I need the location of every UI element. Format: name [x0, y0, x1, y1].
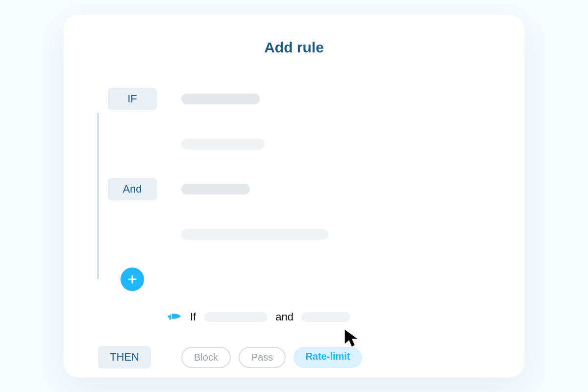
summary-placeholder	[301, 312, 350, 322]
summary-and-text: and	[275, 311, 294, 323]
plus-icon	[126, 273, 138, 285]
condition-input-placeholder[interactable]	[181, 94, 260, 104]
card-title: Add rule	[98, 39, 490, 56]
condition-value-placeholder[interactable]	[181, 139, 265, 149]
action-rate-limit-button[interactable]: Rate-limit	[294, 347, 362, 368]
condition-value-placeholder[interactable]	[181, 229, 328, 240]
action-block-button[interactable]: Block	[181, 347, 231, 368]
condition-subrow	[98, 220, 490, 248]
condition-subrow	[98, 130, 490, 158]
add-condition-row	[98, 266, 490, 293]
if-tag: IF	[108, 88, 157, 110]
condition-input-placeholder[interactable]	[181, 184, 250, 195]
cursor-icon	[343, 328, 361, 348]
then-tag: THEN	[98, 346, 151, 368]
summary-placeholder	[204, 312, 268, 322]
pointing-hand-icon	[167, 308, 182, 326]
add-condition-button[interactable]	[121, 268, 144, 291]
rule-summary: If and	[167, 308, 490, 326]
action-pills: Block Pass Rate-limit	[181, 347, 362, 368]
and-tag: And	[108, 178, 157, 200]
summary-if-text: If	[190, 311, 196, 323]
then-row: THEN Block Pass Rate-limit	[98, 346, 490, 368]
action-pass-button[interactable]: Pass	[239, 347, 286, 368]
condition-row-and: And	[98, 175, 490, 203]
condition-row-if: IF	[98, 85, 490, 113]
add-rule-card: Add rule IF And	[64, 15, 524, 377]
